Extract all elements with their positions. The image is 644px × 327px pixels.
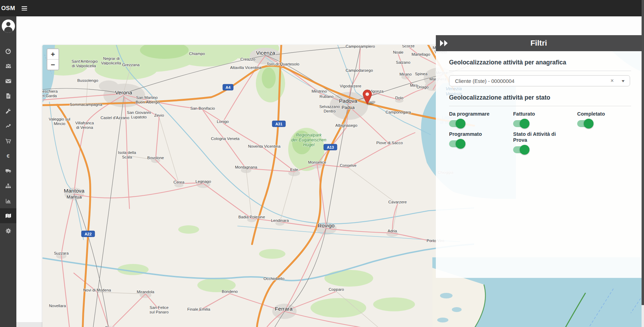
map-label: Conselve <box>340 163 356 168</box>
toggle-switch[interactable] <box>577 120 593 127</box>
map-label: Castel d'Azzano <box>101 116 129 120</box>
sidebar-item-trend[interactable] <box>0 118 16 133</box>
map-label: Sommacampagna <box>70 102 102 107</box>
sidebar-nav: € <box>0 16 16 327</box>
zoom-control: + − <box>47 48 59 70</box>
page-scrollbar[interactable] <box>642 0 644 327</box>
map-label: Campodarsego <box>346 68 373 72</box>
map-label: Villafranca <box>75 121 94 125</box>
map-label: Mantua <box>66 194 82 200</box>
chevron-down-icon[interactable]: ▼ <box>621 79 626 83</box>
map-label: Padova <box>339 98 358 104</box>
map-label: Camponogara <box>386 110 411 114</box>
map-label: Este <box>290 168 298 172</box>
ghost-map-label: VeneziaVenèsia <box>446 86 462 96</box>
toggle-switch[interactable] <box>449 140 465 147</box>
chart-line-icon <box>5 123 11 129</box>
map-label: Finale Emilia <box>187 307 210 311</box>
sidebar-item-mail[interactable] <box>0 73 16 88</box>
map-label: Noale <box>393 50 403 54</box>
mail-icon <box>5 79 11 84</box>
map-label: Scorzè <box>402 45 415 48</box>
panel-title: Filtri <box>531 39 547 48</box>
sidebar-item-cart[interactable] <box>0 133 16 148</box>
map-label: Ferrara <box>275 306 293 312</box>
map-label: Mestrino <box>312 89 327 93</box>
scrollbar-thumb[interactable] <box>642 0 644 305</box>
toggle-knob[interactable] <box>520 119 529 129</box>
map-label: Regionalpark <box>296 133 322 138</box>
sidebar-item-tools[interactable] <box>0 103 16 118</box>
wrench-icon <box>6 108 11 114</box>
map-label: Cavarzere <box>388 200 407 204</box>
map-label: Camposampiero <box>346 45 375 48</box>
map-label: Novi di Modena <box>83 288 111 292</box>
sidebar-item-truck[interactable] <box>0 163 16 178</box>
zoom-out-button[interactable]: − <box>47 60 58 70</box>
map-label: sul Panaro <box>150 310 169 314</box>
stato-section-heading: Geolocalizzazione attività per stato <box>449 94 631 106</box>
map-label: Padua <box>341 105 355 110</box>
map-label: Spinea <box>415 72 427 76</box>
toggle-knob[interactable] <box>520 145 529 155</box>
map-label: Salzano <box>396 60 410 64</box>
sidebar-item-map[interactable] <box>0 208 16 223</box>
collapse-panel-icon[interactable] <box>440 40 448 48</box>
map-label: Scala <box>122 155 132 159</box>
toggle-switch[interactable] <box>513 146 529 153</box>
app-window: OSM € <box>0 0 644 327</box>
toggle-item: Stato di Attività di Prova <box>513 131 577 156</box>
map-label: Buon Albergo <box>135 100 159 104</box>
map-label: Zevio <box>154 113 164 117</box>
select-value: Cliente (Este) - 00000004 <box>455 78 611 84</box>
map-label: di Verona <box>76 125 93 130</box>
map-label: Montagnana <box>235 165 258 169</box>
sidebar-item-euro[interactable]: € <box>0 148 16 163</box>
map-label: Mirano <box>399 72 411 76</box>
toggle-switch[interactable] <box>449 120 465 127</box>
map-label: Bovolone <box>147 156 164 160</box>
filters-panel: Filtri VeneziaVenèsia Geolocalizzazione … <box>436 35 642 278</box>
toggle-knob[interactable] <box>456 119 465 129</box>
zoom-in-button[interactable]: + <box>47 49 58 60</box>
map-label: Mantova <box>64 188 85 194</box>
gear-icon <box>6 228 11 234</box>
map-label: Copparo <box>329 287 344 291</box>
map-label: Bussolengo <box>77 78 98 83</box>
sidebar-item-sitemap[interactable] <box>0 178 16 193</box>
bar-chart-icon <box>6 198 11 204</box>
toggle-knob[interactable] <box>584 119 594 129</box>
map-label: Badia Polesine <box>238 215 265 219</box>
user-avatar[interactable] <box>2 20 15 33</box>
sidebar-item-dashboard[interactable] <box>0 44 16 59</box>
map-label: Mirandola <box>137 290 155 294</box>
motorway-shield-label: A22 <box>85 232 92 236</box>
map-icon <box>5 213 11 218</box>
map-label: San Giovanni <box>127 110 151 115</box>
sidebar-item-users[interactable] <box>0 59 16 73</box>
euro-icon: € <box>7 153 9 159</box>
map-label: San Felice <box>150 305 168 310</box>
map-label: Negrar di <box>103 56 119 61</box>
sidebar-item-reports[interactable] <box>0 193 16 208</box>
clear-selection-icon[interactable]: × <box>611 78 614 84</box>
map-label: Sant'Ambrogio <box>71 59 97 63</box>
sidebar-item-documents[interactable] <box>0 88 16 103</box>
map-label: Vigodarzere <box>340 84 361 88</box>
toggle-item: Completato <box>577 111 641 130</box>
toggle-label: Da programmare <box>449 111 513 117</box>
toggle-knob[interactable] <box>456 139 465 149</box>
map-label: Valeggio sul <box>49 117 70 121</box>
map-label: Suzzara <box>54 251 69 255</box>
filters-panel-body: VeneziaVenèsia Geolocalizzazione attivit… <box>436 51 642 278</box>
map-label: Chiampo <box>189 52 205 56</box>
motorway-shield-label: A4 <box>226 85 231 89</box>
truck-icon <box>5 168 11 173</box>
hamburger-menu-icon[interactable] <box>22 5 27 11</box>
toggle-switch[interactable] <box>513 120 529 127</box>
map-label: Mincio <box>54 122 65 126</box>
sidebar-item-settings[interactable] <box>0 223 16 238</box>
map-label: Novellara <box>49 304 66 308</box>
anagrafica-select[interactable]: Cliente (Este) - 00000004 × ▼ <box>449 75 630 86</box>
map-label: del Garda <box>42 94 57 98</box>
